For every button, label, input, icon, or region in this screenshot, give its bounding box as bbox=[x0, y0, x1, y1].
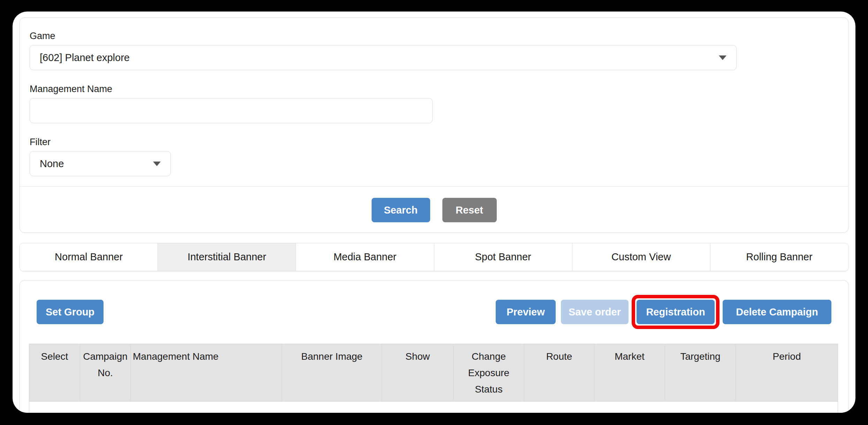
filter-label: Filter bbox=[30, 136, 838, 148]
header-change-exposure-status: Change Exposure Status bbox=[454, 344, 524, 402]
chevron-down-icon bbox=[719, 55, 726, 60]
header-banner-image: Banner Image bbox=[282, 344, 382, 402]
set-group-button[interactable]: Set Group bbox=[37, 300, 104, 324]
game-label: Game bbox=[30, 30, 838, 42]
tab-interstitial-banner[interactable]: Interstitial Banner bbox=[158, 243, 296, 271]
screenshot-frame: { "filter_card": { "game_label": "Game",… bbox=[0, 0, 868, 425]
registration-highlight-ring: Registration bbox=[632, 295, 719, 329]
game-select[interactable]: [602] Planet explore bbox=[30, 45, 737, 70]
delete-campaign-button[interactable]: Delete Campaign bbox=[723, 300, 831, 324]
registration-button[interactable]: Registration bbox=[637, 300, 715, 324]
filter-actions: Search Reset bbox=[30, 198, 838, 222]
campaign-table: Select Campaign No. Management Name Bann… bbox=[29, 344, 838, 413]
campaign-list-panel: Set Group Preview Save order Registratio… bbox=[20, 280, 848, 413]
header-select: Select bbox=[29, 344, 80, 402]
management-name-input[interactable] bbox=[30, 98, 433, 123]
empty-table-row bbox=[29, 402, 838, 413]
app-window: Game [602] Planet explore Management Nam… bbox=[13, 12, 855, 413]
management-name-label: Management Name bbox=[30, 83, 838, 95]
tab-media-banner[interactable]: Media Banner bbox=[296, 243, 434, 271]
search-filter-panel: Game [602] Planet explore Management Nam… bbox=[20, 17, 848, 233]
header-route: Route bbox=[524, 344, 594, 402]
tab-custom-view[interactable]: Custom View bbox=[572, 243, 710, 271]
preview-button[interactable]: Preview bbox=[496, 300, 556, 324]
header-market: Market bbox=[594, 344, 665, 402]
reset-button[interactable]: Reset bbox=[442, 198, 497, 222]
campaign-table-header-row: Select Campaign No. Management Name Bann… bbox=[29, 344, 838, 402]
filter-select[interactable]: None bbox=[30, 151, 171, 176]
game-select-value: [602] Planet explore bbox=[40, 52, 130, 64]
header-period: Period bbox=[736, 344, 838, 402]
campaign-toolbar: Set Group Preview Save order Registratio… bbox=[37, 300, 831, 324]
toolbar-right-group: Preview Save order Registration Delete C… bbox=[496, 300, 831, 324]
filter-card-divider bbox=[20, 186, 848, 187]
header-campaign-no: Campaign No. bbox=[80, 344, 131, 402]
chevron-down-icon bbox=[153, 162, 161, 166]
header-show: Show bbox=[382, 344, 454, 402]
tab-normal-banner[interactable]: Normal Banner bbox=[20, 243, 158, 271]
header-targeting: Targeting bbox=[665, 344, 736, 402]
filter-select-value: None bbox=[40, 158, 64, 170]
tab-rolling-banner[interactable]: Rolling Banner bbox=[710, 243, 848, 271]
header-management-name: Management Name bbox=[131, 344, 282, 402]
banner-type-tabs: Normal Banner Interstitial Banner Media … bbox=[20, 243, 848, 271]
search-button[interactable]: Search bbox=[372, 198, 430, 222]
save-order-button[interactable]: Save order bbox=[561, 300, 629, 324]
tab-spot-banner[interactable]: Spot Banner bbox=[434, 243, 572, 271]
empty-table-cell bbox=[29, 402, 838, 413]
